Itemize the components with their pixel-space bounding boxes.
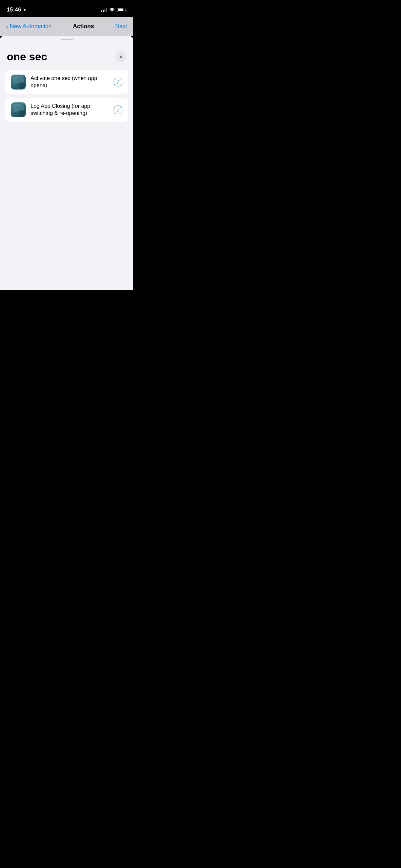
action-item-1[interactable]: Activate one sec (when app opens) i [5,70,128,94]
info-button-2[interactable]: i [114,105,122,114]
status-icons [101,8,126,12]
signal-bars-icon [101,8,107,12]
next-button[interactable]: Next [115,23,127,30]
sheet-title: one sec [7,51,47,63]
wifi-icon [109,8,115,12]
sheet-header: one sec × [0,47,133,70]
back-button[interactable]: ‹ New Automation [6,23,52,30]
close-icon: × [119,54,122,60]
close-button[interactable]: × [116,52,126,62]
battery-icon [117,8,126,12]
action-label-2: Log App Closing (for app switching & re-… [31,103,109,117]
info-icon-2: i [117,107,119,113]
status-time: 15:46 [7,7,21,13]
app-icon-2 [11,102,26,117]
action-item-2[interactable]: Log App Closing (for app switching & re-… [5,98,128,122]
action-label-1: Activate one sec (when app opens) [31,75,109,89]
nav-title: Actions [73,23,94,30]
back-label: New Automation [10,23,52,30]
actions-list: Activate one sec (when app opens) i Log … [0,70,133,122]
info-button-1[interactable]: i [114,78,122,86]
svg-point-0 [112,11,112,12]
nav-bar: ‹ New Automation Actions Next [0,17,133,36]
bottom-sheet: one sec × Activate one sec (when app ope… [0,36,133,290]
back-chevron-icon: ‹ [6,23,8,30]
sheet-handle [61,39,73,40]
status-time-area: 15:46 ➤ [7,7,26,13]
location-icon: ➤ [23,7,26,12]
status-bar: 15:46 ➤ [0,0,133,17]
info-icon-1: i [117,79,119,85]
app-icon-1 [11,75,26,90]
